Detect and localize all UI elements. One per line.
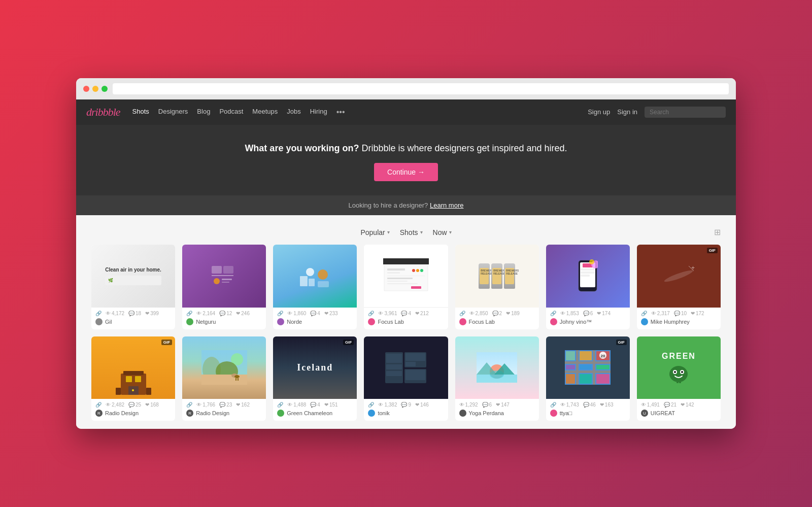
avatar-3	[277, 318, 284, 325]
shot-meta-14: 👁 1,491 💬 21 ❤ 142	[637, 399, 721, 409]
shot-card-10[interactable]: Iceland GIF 🔗 👁 1,488 💬 4 ❤ 151 Green Ch…	[273, 336, 357, 421]
shot-thumb-5: BREWERSRELEASE BREWERSRELEASE BREWERSREL…	[455, 245, 539, 308]
shot-card-7[interactable]: + GIF 🔗 👁 2,317 💬 10 ❤ 172 Mike Humphrey	[637, 245, 721, 329]
author-name-3: Norde	[287, 319, 302, 325]
traffic-lights	[83, 86, 108, 92]
author-name-14: UIGREAT	[651, 410, 675, 416]
link-icon-8: 🔗	[95, 402, 101, 408]
nav-link-hiring[interactable]: Hiring	[310, 108, 327, 117]
svg-rect-36	[123, 371, 144, 375]
shot-card-8[interactable]: GIF 🔗 👁 2,482 💬 25 ❤ 168 R Radio Design	[91, 336, 175, 421]
views-8: 👁 2,482	[106, 402, 124, 408]
hero-text: What are you working on? Dribbble is whe…	[86, 143, 726, 154]
author-name-9: Radio Design	[196, 410, 229, 416]
shot-card-11[interactable]: 🔗 👁 1,382 💬 9 ❤ 146 tonik	[364, 336, 448, 421]
shot-author-12: Yoga Perdana	[455, 409, 539, 421]
learn-more-link[interactable]: Learn more	[430, 201, 463, 209]
likes-12: ❤ 147	[496, 402, 510, 408]
more-menu-icon[interactable]: •••	[336, 108, 345, 117]
svg-rect-51	[238, 378, 239, 381]
shot-card-4[interactable]: 🔗 👁 3,961 💬 4 ❤ 212 Focus Lab	[364, 245, 448, 329]
svg-rect-47	[201, 375, 247, 385]
hire-text: Looking to hire a designer?	[349, 201, 428, 209]
comments-7: 💬 10	[674, 311, 687, 316]
nav-link-shots[interactable]: Shots	[132, 108, 149, 117]
link-icon-5: 🔗	[459, 311, 465, 316]
grid-view-icon[interactable]: ⊞	[714, 227, 721, 237]
filter-shots[interactable]: Shots	[400, 228, 423, 236]
shot-card-5[interactable]: BREWERSRELEASE BREWERSRELEASE BREWERSREL…	[455, 245, 539, 329]
shot-card-1[interactable]: Clean air in your home. 🌿 🔗 👁 4,172 💬 18…	[91, 245, 175, 329]
shot-meta-8: 🔗 👁 2,482 💬 25 ❤ 168	[91, 399, 175, 409]
likes-11: ❤ 146	[415, 402, 429, 408]
filter-popular[interactable]: Popular	[360, 228, 389, 236]
shot-card-3[interactable]: 🔗 👁 1,860 💬 4 ❤ 233 Norde	[273, 245, 357, 329]
filter-bar: Popular Shots Now ⊞	[91, 223, 721, 245]
svg-rect-22	[411, 286, 421, 289]
shot-author-5: Focus Lab	[455, 317, 539, 329]
site-logo[interactable]: dribbble	[86, 106, 120, 119]
gif-badge-7: GIF	[707, 248, 718, 253]
shot-author-2: Netguru	[182, 317, 266, 329]
comments-4: 💬 4	[401, 311, 411, 316]
search-input[interactable]	[645, 107, 726, 118]
shot-card-12[interactable]: 👁 1,292 💬 6 ❤ 147 Yoga Perdana	[455, 336, 539, 421]
gif-badge-13: GIF	[616, 340, 627, 345]
avatar-7	[641, 318, 648, 325]
author-name-8: Radio Design	[105, 410, 139, 416]
svg-text:+: +	[691, 264, 695, 272]
avatar-5	[459, 318, 466, 325]
signin-link[interactable]: Sign in	[617, 108, 637, 116]
continue-button[interactable]: Continue →	[374, 163, 438, 181]
filter-now[interactable]: Now	[433, 228, 452, 236]
comments-12: 💬 6	[482, 402, 492, 408]
comments-2: 💬 12	[219, 311, 232, 316]
views-3: 👁 1,860	[287, 311, 306, 316]
svg-rect-37	[126, 376, 132, 382]
svg-rect-76	[566, 365, 575, 369]
maximize-button[interactable]	[101, 86, 108, 92]
svg-rect-69	[565, 361, 611, 364]
svg-text:20: 20	[601, 354, 605, 358]
shot-meta-13: 🔗 👁 1,743 💬 46 ❤ 163	[546, 399, 630, 409]
shot-meta-9: 🔗 👁 1,766 💬 23 ❤ 162	[182, 399, 266, 409]
author-name-10: Green Chameleon	[287, 410, 332, 416]
link-icon-4: 🔗	[368, 311, 374, 316]
svg-rect-14	[387, 272, 400, 274]
svg-point-15	[412, 269, 415, 272]
svg-rect-54	[386, 354, 402, 363]
svg-rect-58	[405, 353, 425, 361]
views-6: 👁 1,853	[560, 311, 579, 316]
svg-rect-70	[565, 370, 611, 373]
shot-thumb-9	[182, 336, 266, 399]
svg-rect-74	[580, 351, 592, 360]
shot-card-9[interactable]: 🔗 👁 1,766 💬 23 ❤ 162 R Radio Design	[182, 336, 266, 421]
svg-point-84	[669, 366, 688, 382]
nav-link-blog[interactable]: Blog	[197, 108, 210, 117]
svg-rect-65	[477, 375, 517, 383]
shot-card-6[interactable]: 🔗 👁 1,853 💬 6 ❤ 174 Johny vino™	[546, 245, 630, 329]
gif-badge-8: GIF	[161, 340, 172, 345]
minimize-button[interactable]	[92, 86, 98, 92]
views-4: 👁 3,961	[378, 311, 397, 316]
shot-author-14: U UIGREAT	[637, 409, 721, 421]
shot-card-14[interactable]: GREEN 👁 1,491 💬 21	[637, 336, 721, 421]
shot-thumb-8: GIF	[91, 336, 175, 399]
nav-link-jobs[interactable]: Jobs	[287, 108, 300, 117]
comments-3: 💬 4	[310, 311, 320, 316]
shot-thumb-12	[455, 336, 539, 399]
shot-card-2[interactable]: 🔗 👁 2,164 💬 12 ❤ 246 Netguru	[182, 245, 266, 329]
likes-3: ❤ 233	[324, 311, 338, 316]
signup-link[interactable]: Sign up	[588, 108, 610, 116]
nav-link-designers[interactable]: Designers	[158, 108, 188, 117]
shot-card-13[interactable]: 20 GIF 🔗 👁 1,743 💬 46 ❤ 163 ttya□	[546, 336, 630, 421]
address-bar[interactable]	[113, 83, 729, 94]
svg-point-3	[214, 278, 220, 284]
likes-2: ❤ 246	[236, 311, 250, 316]
avatar-14: U	[641, 410, 648, 417]
nav-link-meetups[interactable]: Meetups	[252, 108, 278, 117]
close-button[interactable]	[83, 86, 89, 92]
main-nav: dribbble Shots Designers Blog Podcast Me…	[76, 99, 736, 125]
comments-10: 💬 4	[310, 402, 320, 408]
nav-link-podcast[interactable]: Podcast	[219, 108, 243, 117]
